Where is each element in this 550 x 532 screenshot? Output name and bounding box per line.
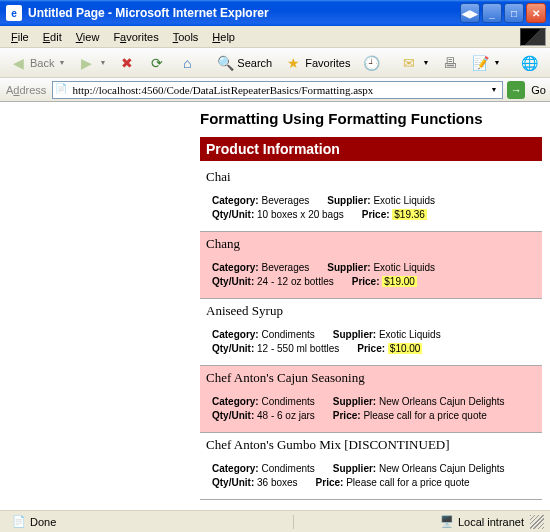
go-label: Go xyxy=(529,84,546,96)
star-icon: ★ xyxy=(284,54,302,72)
status-text: Done xyxy=(30,516,56,528)
home-icon: ⌂ xyxy=(178,54,196,72)
extra-button-1[interactable]: ◀▶ xyxy=(460,3,480,23)
search-button[interactable]: 🔍 Search xyxy=(211,51,277,75)
url-box[interactable]: 📄 ▼ xyxy=(52,81,503,99)
product-row: Qty/Unit: 24 - 12 oz bottlesPrice: $19.0… xyxy=(212,276,536,287)
stop-button[interactable]: ✖ xyxy=(113,51,141,75)
stop-icon: ✖ xyxy=(118,54,136,72)
toolbar: ◀ Back ▼ ▶ ▼ ✖ ⟳ ⌂ 🔍 Search ★ Favorites … xyxy=(0,48,550,78)
favorites-label: Favorites xyxy=(305,57,350,69)
window-buttons: ◀▶ _ □ ✕ xyxy=(460,3,546,23)
category-cell: Category: Beverages xyxy=(212,262,309,273)
qty-cell: Qty/Unit: 24 - 12 oz bottles xyxy=(212,276,334,287)
price-cell: Price: $10.00 xyxy=(357,343,422,354)
page-heading: Formatting Using Formatting Functions xyxy=(200,110,542,127)
menu-file[interactable]: File xyxy=(4,29,36,45)
category-cell: Category: Beverages xyxy=(212,195,309,206)
back-button[interactable]: ◀ Back ▼ xyxy=(4,51,70,75)
menu-help[interactable]: Help xyxy=(205,29,242,45)
extra-button-b[interactable]: 👤 xyxy=(545,51,550,75)
refresh-button[interactable]: ⟳ xyxy=(143,51,171,75)
product-row: Qty/Unit: 48 - 6 oz jarsPrice: Please ca… xyxy=(212,410,536,421)
print-icon: 🖶 xyxy=(441,54,459,72)
product-row: Qty/Unit: 36 boxesPrice: Please call for… xyxy=(212,477,536,488)
window-title: Untitled Page - Microsoft Internet Explo… xyxy=(26,6,460,20)
menu-view[interactable]: View xyxy=(69,29,107,45)
chevron-down-icon: ▼ xyxy=(422,59,429,66)
zone-text: Local intranet xyxy=(458,516,524,528)
qty-cell: Qty/Unit: 12 - 550 ml bottles xyxy=(212,343,339,354)
product-row: Qty/Unit: 10 boxes x 20 bagsPrice: $19.3… xyxy=(212,209,536,220)
product-item: Chef Anton's Cajun SeasoningCategory: Co… xyxy=(200,366,542,433)
address-label: Address xyxy=(4,84,48,96)
extra-button-a[interactable]: 🌐 xyxy=(515,51,543,75)
price-value: Please call for a price quote xyxy=(363,410,486,421)
supplier-cell: Supplier: Exotic Liquids xyxy=(327,262,435,273)
qty-cell: Qty/Unit: 48 - 6 oz jars xyxy=(212,410,315,421)
price-value: Please call for a price quote xyxy=(346,477,469,488)
price-value: $10.00 xyxy=(388,343,423,354)
edit-icon: 📝 xyxy=(471,54,489,72)
home-button[interactable]: ⌂ xyxy=(173,51,201,75)
category-cell: Category: Condiments xyxy=(212,396,315,407)
page-content[interactable]: Formatting Using Formatting Functions Pr… xyxy=(0,102,550,510)
menu-tools[interactable]: Tools xyxy=(166,29,206,45)
supplier-cell: Supplier: Exotic Liquids xyxy=(327,195,435,206)
chevron-down-icon: ▼ xyxy=(58,59,65,66)
section-header: Product Information xyxy=(200,137,542,161)
maximize-button[interactable]: □ xyxy=(504,3,524,23)
category-cell: Category: Condiments xyxy=(212,463,315,474)
status-left: 📄 Done xyxy=(6,515,294,529)
globe-icon: 🌐 xyxy=(520,54,538,72)
product-name: Chang xyxy=(206,236,536,252)
product-item: ChaiCategory: BeveragesSupplier: Exotic … xyxy=(200,165,542,232)
history-button[interactable]: 🕘 xyxy=(357,51,385,75)
status-bar: 📄 Done 🖥️ Local intranet xyxy=(0,510,550,532)
chevron-down-icon: ▼ xyxy=(493,59,500,66)
product-name: Chef Anton's Gumbo Mix [DISCONTINUED] xyxy=(206,437,536,453)
product-item: ChangCategory: BeveragesSupplier: Exotic… xyxy=(200,232,542,299)
supplier-cell: Supplier: Exotic Liquids xyxy=(333,329,441,340)
menu-favorites[interactable]: Favorites xyxy=(106,29,165,45)
price-cell: Price: Please call for a price quote xyxy=(316,477,470,488)
print-button[interactable]: 🖶 xyxy=(436,51,464,75)
product-row: Category: BeveragesSupplier: Exotic Liqu… xyxy=(212,262,536,273)
product-item: Aniseed SyrupCategory: CondimentsSupplie… xyxy=(200,299,542,366)
forward-icon: ▶ xyxy=(77,54,95,72)
intranet-icon: 🖥️ xyxy=(440,515,454,529)
back-icon: ◀ xyxy=(9,54,27,72)
product-row: Category: CondimentsSupplier: New Orlean… xyxy=(212,396,536,407)
qty-cell: Qty/Unit: 36 boxes xyxy=(212,477,298,488)
address-bar: Address 📄 ▼ → Go xyxy=(0,78,550,102)
product-name: Chai xyxy=(206,169,536,185)
url-input[interactable] xyxy=(72,84,487,96)
product-row: Category: BeveragesSupplier: Exotic Liqu… xyxy=(212,195,536,206)
edit-button[interactable]: 📝▼ xyxy=(466,51,505,75)
mail-icon: ✉ xyxy=(400,54,418,72)
page-icon: 📄 xyxy=(55,83,69,97)
refresh-icon: ⟳ xyxy=(148,54,166,72)
menu-edit[interactable]: Edit xyxy=(36,29,69,45)
page-icon: 📄 xyxy=(12,515,26,529)
mail-button[interactable]: ✉▼ xyxy=(395,51,434,75)
product-row: Category: CondimentsSupplier: Exotic Liq… xyxy=(212,329,536,340)
product-item: Chef Anton's Gumbo Mix [DISCONTINUED]Cat… xyxy=(200,433,542,500)
go-button[interactable]: → xyxy=(507,81,525,99)
price-cell: Price: $19.00 xyxy=(352,276,417,287)
minimize-button[interactable]: _ xyxy=(482,3,502,23)
product-row: Qty/Unit: 12 - 550 ml bottlesPrice: $10.… xyxy=(212,343,536,354)
price-cell: Price: Please call for a price quote xyxy=(333,410,487,421)
product-list: ChaiCategory: BeveragesSupplier: Exotic … xyxy=(200,165,542,500)
menu-bar: File Edit View Favorites Tools Help xyxy=(0,26,550,48)
chevron-down-icon[interactable]: ▼ xyxy=(487,86,500,93)
forward-button[interactable]: ▶ ▼ xyxy=(72,51,111,75)
favorites-button[interactable]: ★ Favorites xyxy=(279,51,355,75)
chevron-down-icon: ▼ xyxy=(99,59,106,66)
price-value: $19.36 xyxy=(392,209,427,220)
app-icon: e xyxy=(6,5,22,21)
close-button[interactable]: ✕ xyxy=(526,3,546,23)
price-cell: Price: $19.36 xyxy=(362,209,427,220)
title-bar: e Untitled Page - Microsoft Internet Exp… xyxy=(0,0,550,26)
resize-gripper-icon[interactable] xyxy=(530,515,544,529)
